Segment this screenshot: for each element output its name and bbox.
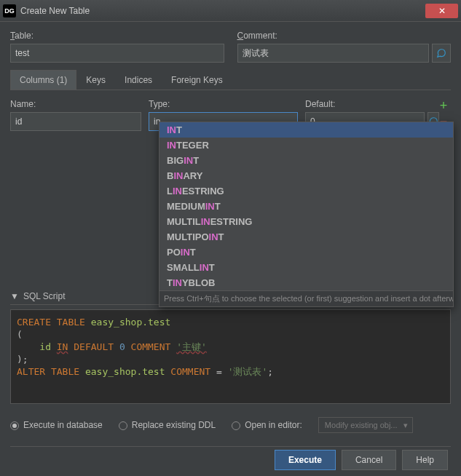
- autocomplete-item[interactable]: POINT: [159, 245, 453, 260]
- sql-editor[interactable]: CREATE TABLE easy_shop.test ( id IN DEFA…: [10, 309, 451, 404]
- collapse-icon: ▼: [10, 291, 19, 301]
- tab-columns[interactable]: Columns (1): [10, 70, 76, 90]
- tab-foreign-keys[interactable]: Foreign Keys: [162, 70, 232, 90]
- autocomplete-item[interactable]: LINESTRING: [159, 183, 453, 199]
- add-column-button[interactable]: +: [436, 100, 451, 111]
- app-logo-icon: DG: [3, 4, 16, 17]
- autocomplete-item[interactable]: MULTILINESTRING: [159, 214, 453, 229]
- close-button[interactable]: ✕: [425, 4, 458, 18]
- execute-button[interactable]: Execute: [275, 450, 336, 470]
- window-title: Create New Table: [20, 6, 425, 16]
- execute-in-db-radio[interactable]: Execute in database: [10, 420, 103, 430]
- table-input[interactable]: [10, 44, 224, 63]
- comment-input[interactable]: [237, 44, 430, 63]
- autocomplete-item[interactable]: TINYBLOB: [159, 275, 453, 290]
- modify-existing-dropdown[interactable]: Modify existing obj...: [318, 417, 413, 433]
- autocomplete-item[interactable]: MULTIPOINT: [159, 229, 453, 245]
- titlebar: DG Create New Table ✕: [0, 0, 461, 22]
- help-button[interactable]: Help: [402, 450, 448, 470]
- default-label: Default:: [305, 99, 429, 109]
- table-label: Table:: [10, 31, 224, 41]
- autocomplete-item[interactable]: SMALLINT: [159, 260, 453, 275]
- autocomplete-item[interactable]: BINARY: [159, 168, 453, 183]
- comment-label: Comment:: [237, 31, 452, 41]
- autocomplete-item[interactable]: BIGINT: [159, 153, 453, 168]
- tab-keys[interactable]: Keys: [76, 70, 115, 90]
- replace-ddl-radio[interactable]: Replace existing DDL: [119, 420, 216, 430]
- name-input[interactable]: [10, 112, 141, 131]
- name-label: Name:: [10, 99, 141, 109]
- tab-indices[interactable]: Indices: [115, 70, 162, 90]
- tabs: Columns (1) Keys Indices Foreign Keys: [10, 70, 451, 90]
- type-label: Type:: [149, 99, 298, 109]
- autocomplete-item[interactable]: INT: [159, 122, 453, 138]
- autocomplete-hint: Press Ctrl+句点 to choose the selected (or…: [159, 290, 453, 306]
- cancel-button[interactable]: Cancel: [342, 450, 396, 470]
- comment-expand-icon[interactable]: [432, 44, 451, 63]
- autocomplete-item[interactable]: INTEGER: [159, 138, 453, 153]
- autocomplete-item[interactable]: MEDIUMINT: [159, 199, 453, 214]
- open-in-editor-radio[interactable]: Open in editor:: [232, 420, 302, 430]
- autocomplete-popup: INTINTEGERBIGINTBINARYLINESTRINGMEDIUMIN…: [159, 122, 454, 307]
